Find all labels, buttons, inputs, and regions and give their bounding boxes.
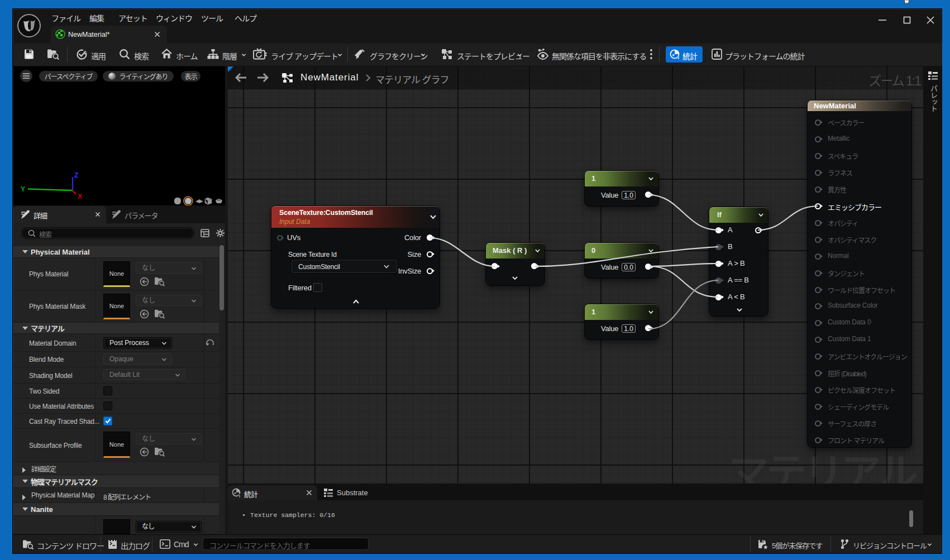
svg-text:i: i (239, 494, 240, 498)
svg-text:Y: Y (21, 185, 25, 193)
svg-text:i: i (678, 55, 679, 60)
svg-text:X: X (78, 193, 82, 200)
svg-text:Z: Z (74, 171, 78, 179)
